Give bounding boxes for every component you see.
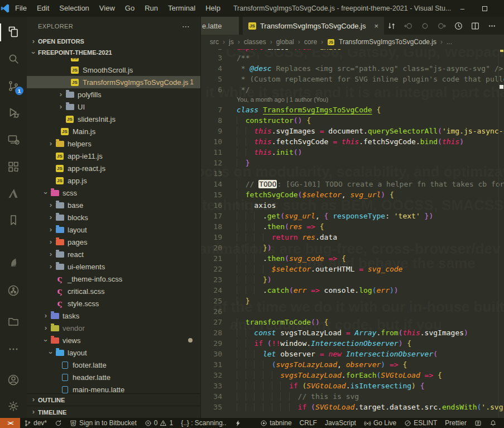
code-line[interactable]: 33 if (SVGtoLoad.isIntersecting) { [201,381,504,391]
status-item[interactable]: JavaScript [321,418,360,428]
menu-selection[interactable]: Selection [54,0,94,17]
sync-status-item[interactable] [51,418,66,428]
tree-item-main-js[interactable]: JSMain.js [27,125,200,137]
breadcrumb-more[interactable]: ... [447,38,452,46]
code-line[interactable]: 6 */ [201,84,504,95]
code-line[interactable]: 19 return res.data [201,232,504,242]
tree-item-layout[interactable]: ›layout [27,346,200,359]
menu-terminal[interactable]: Terminal [163,0,200,17]
tab-partial-latte[interactable]: e.latte [201,17,239,35]
menu-view[interactable]: View [94,0,120,17]
code-line[interactable]: 25 } [201,296,504,306]
tree-item-layout[interactable]: ›layout [27,223,200,236]
more-tools-icon[interactable] [0,338,27,360]
close-button[interactable]: ✕ [496,0,504,17]
tree-item-blocks[interactable]: ›blocks [27,211,200,223]
tab-active-file[interactable]: JS TransformSvgImgsToSvgCode.js × [243,17,384,35]
code-line[interactable]: 29 if (!!window.IntersectionObserver) { [201,338,504,349]
zap-status-item[interactable] [231,418,246,428]
tree-item-smoothscroll-js[interactable]: JSSmoothScroll.js [27,64,200,76]
tree-item[interactable]: JS [27,58,200,64]
code-line[interactable]: 9 this.svgImages = document.querySelecto… [201,126,504,136]
bitbucket-status-item[interactable]: Sign in to Bitbucket [66,418,141,428]
breadcrumb-item-global[interactable]: global [276,38,294,46]
breadcrumb-item-classes[interactable]: classes [244,38,266,46]
code-line[interactable]: 4 * @desc Replaces <img src="path.svg" c… [201,63,504,74]
tree-item-main-menu-latte[interactable]: main-menu.latte [27,383,200,393]
tree-item-base[interactable]: ›base [27,199,200,211]
root-folder-section[interactable]: › FREEPOINT-THEME-2021 [27,47,200,58]
explorer-icon[interactable] [0,21,27,44]
split-editor-icon[interactable] [468,18,483,34]
broadcast-status-item[interactable]: Go Live [360,418,400,428]
code-line[interactable]: 7class TransformSvgImgsToSvgCode { [201,104,504,115]
tree-item-app-react-js[interactable]: JSapp-react.js [27,162,200,174]
branch-status-item[interactable]: dev* [20,418,51,428]
remote-indicator[interactable]: >< [0,418,20,428]
code-line[interactable]: 26 [201,306,504,317]
azure-icon[interactable] [0,182,27,205]
code-line[interactable]: 10 this.fetchSvgCode = this.fetchSvgCode… [201,136,504,147]
breadcrumb-item-js[interactable]: js [229,38,234,46]
code-line[interactable]: 16 axios [201,200,504,211]
code-line[interactable]: 28 const svgsToLazyLoad = Array.from(thi… [201,327,504,338]
explorer-more-actions-icon[interactable]: ⋯ [182,22,190,31]
menu-help[interactable]: Help [200,0,225,17]
tree-item-tasks[interactable]: ›tasks [27,310,200,322]
status-item[interactable]: {..} : Scanning.. [177,418,230,428]
tabnine-status-item[interactable]: tabnine [256,418,295,428]
flame-icon[interactable] [0,251,27,274]
code-line[interactable]: 8 constructor() { [201,115,504,126]
code-line[interactable]: 12 } [201,158,504,168]
code-line[interactable]: 30 let observer = new IntersectionObserv… [201,349,504,359]
breadcrumb-item-file[interactable]: TransformSvgImgsToSvgCode.js [339,38,436,46]
file-history-icon[interactable] [451,18,466,34]
code-line[interactable]: 5 * (Custom replacement for SVG inline p… [201,74,504,84]
menu-file[interactable]: File [10,0,32,17]
code-editor[interactable]: CSS, SCSS, ES6, Gatsby, Gulp, Webpackit … [201,49,504,418]
tree-item-style-scss[interactable]: ςstyle.scss [27,297,200,310]
bookmarks-icon[interactable] [0,209,27,231]
code-line[interactable]: 24 .catch(err => console.log(err)) [201,285,504,296]
status-item[interactable]: CRLF [296,418,321,428]
code-line[interactable]: 35 if (SVGtoLoad.target.dataset.src.ends… [201,402,504,412]
status-item[interactable]: Prettier [441,418,471,428]
code-line[interactable]: 21 .then(svg_code => { [201,253,504,264]
menu-go[interactable]: Go [120,0,140,17]
tree-item-footer-latte[interactable]: footer.latte [27,359,200,371]
tree-item--theme-info-scss[interactable]: ς_theme-info.scss [27,273,200,285]
tree-item-transformsvgimgstosvgcode-js[interactable]: JSTransformSvgImgsToSvgCode.js1 [27,76,200,88]
run-debug-icon[interactable] [0,102,27,124]
settings-icon[interactable] [0,395,27,417]
gitlens-icon[interactable] [0,279,27,302]
nav-back-icon[interactable] [401,18,416,34]
tree-item-critical-scss[interactable]: ςcritical.scss [27,285,200,297]
code-line[interactable]: 13 [201,168,504,179]
maximize-button[interactable] [473,0,496,17]
tree-item-ui[interactable]: ›UI [27,101,200,113]
close-tab-icon[interactable]: × [374,22,378,30]
code-line[interactable]: 32 svgsToLazyLoad.forEach(SVGtoLoad => { [201,370,504,381]
nav-circle-icon[interactable] [417,18,433,34]
minimize-button[interactable]: – [451,0,473,17]
remote-explorer-icon[interactable] [0,129,27,151]
code-line[interactable]: 34 // this is svg [201,391,504,402]
code-line[interactable]: 20 }) [201,242,504,253]
nav-forward-icon[interactable] [434,18,449,34]
timeline-section[interactable]: › TIMELINE [27,406,200,418]
tree-item-views[interactable]: ›views [27,334,200,346]
code-line[interactable]: 17 .get(svg_url, { responseType: 'text' … [201,211,504,221]
code-line[interactable]: 14 // TODO: [GG-101] TODO create a helpe… [201,179,504,189]
account-icon[interactable] [0,369,27,391]
codelens-annotation[interactable]: You, a month ago | 1 author (You) [237,95,504,104]
tree-item-polyfills[interactable]: ›polyfills [27,88,200,101]
code-line[interactable]: 15 fetchSvgCode($selector, svg_url) { [201,189,504,200]
folder-icon[interactable] [0,310,27,332]
code-line[interactable]: 18 .then(res => { [201,221,504,232]
compare-changes-icon[interactable] [384,18,399,34]
tree-item-app-ie11-js[interactable]: JSapp-ie11.js [27,150,200,162]
tree-item-react[interactable]: ›react [27,248,200,260]
tree-item-vendor[interactable]: ›vendor [27,322,200,334]
eslint-status-item[interactable]: ESLINT [400,418,441,428]
tree-item-header-latte[interactable]: header.latte [27,371,200,383]
